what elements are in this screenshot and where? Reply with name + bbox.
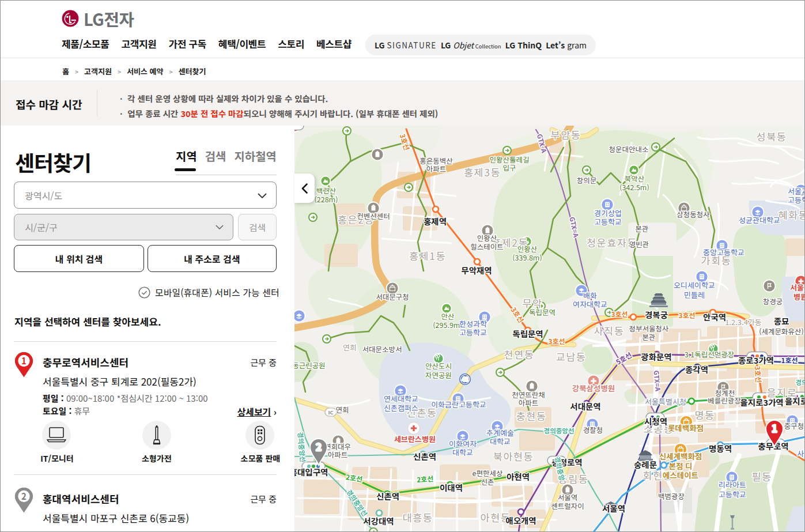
svg-text:경복궁: 경복궁: [645, 308, 668, 320]
svg-text:교남동: 교남동: [556, 349, 587, 364]
svg-text:서울역: 서울역: [602, 502, 625, 514]
svg-text:무악재역: 무악재역: [461, 264, 492, 276]
svg-text:(세계문화유산): (세계문화유산): [759, 326, 803, 337]
svg-text:롯데백화점: 롯데백화점: [668, 422, 704, 433]
svg-text:경찰청: 경찰청: [583, 424, 603, 435]
svg-text:서대문역: 서대문역: [570, 400, 600, 412]
svg-text:홍제1동: 홍제1동: [409, 248, 446, 263]
svg-text:고등학교: 고등학교: [459, 327, 487, 338]
svg-text:대학교: 대학교: [490, 436, 511, 447]
svg-text:경의: 경의: [795, 378, 805, 387]
svg-text:자연공원: 자연공원: [425, 369, 452, 380]
svg-text:3호선: 3호선: [611, 309, 628, 319]
svg-text:연희: 연희: [343, 342, 357, 353]
svg-text:을지로3가역: 을지로3가역: [740, 396, 783, 408]
svg-text:(342.5m): (342.5m): [619, 182, 649, 193]
svg-text:중구청: 중구청: [784, 420, 804, 431]
svg-text:연희: 연희: [335, 404, 349, 415]
svg-text:성북동: 성북동: [757, 129, 787, 144]
svg-text:고등학교: 고등학교: [594, 216, 622, 227]
svg-text:경의중앙선: 경의중앙선: [544, 426, 575, 435]
svg-text:사직동: 사직동: [594, 323, 625, 338]
svg-text:민들레: 민들레: [684, 289, 705, 300]
svg-text:종묘: 종묘: [774, 315, 789, 327]
svg-text:영빈관: 영빈관: [629, 239, 649, 250]
svg-text:1.2.3.4가동: 1.2.3.4가동: [725, 316, 762, 327]
svg-text:아현역: 아현역: [507, 470, 530, 482]
svg-text:3호선: 3호선: [753, 365, 764, 383]
svg-text:신촌캠퍼스: 신촌캠퍼스: [384, 402, 418, 413]
svg-text:아파트: 아파트: [426, 163, 447, 174]
svg-text:서강대역: 서강대역: [363, 515, 394, 527]
svg-text:센트럴자이: 센트럴자이: [551, 500, 584, 511]
svg-text:북아현동: 북아현동: [493, 449, 534, 463]
svg-text:에스테이트: 에스테이트: [663, 469, 698, 481]
svg-text:베를린광장: 베를린광장: [708, 395, 741, 406]
svg-text:강북삼성병원: 강북삼성병원: [572, 382, 615, 394]
svg-text:애오개역: 애오개역: [505, 514, 536, 526]
svg-text:부암동: 부암동: [551, 127, 581, 142]
svg-text:본관: 본관: [635, 223, 648, 234]
svg-text:창경궁: 창경궁: [763, 296, 783, 307]
svg-text:서대문소방서: 서대문소방서: [362, 344, 402, 354]
svg-text:독립문역: 독립문역: [512, 327, 543, 339]
svg-text:힐스테이트: 힐스테이트: [470, 241, 504, 252]
svg-text:광화문역: 광화문역: [641, 350, 671, 363]
svg-text:서대문구청: 서대문구청: [376, 291, 409, 302]
svg-text:이대역: 이대역: [440, 481, 463, 493]
svg-text:3호선: 3호선: [678, 310, 695, 320]
svg-text:필동: 필동: [751, 469, 772, 484]
svg-text:아파트: 아파트: [328, 449, 348, 460]
svg-text:혜화동: 혜화동: [778, 207, 805, 222]
svg-text:여자대학교: 여자대학교: [573, 299, 607, 310]
svg-text:대흥동: 대흥동: [403, 510, 433, 525]
svg-text:홍대입구역: 홍대입구역: [294, 466, 328, 478]
svg-text:GTX=A: GTX=A: [652, 370, 663, 392]
svg-text:3호선: 3호선: [548, 336, 565, 346]
svg-text:1호선: 1호선: [781, 355, 798, 365]
svg-text:명동: 명동: [694, 408, 715, 422]
svg-text:종각역: 종각역: [685, 363, 708, 375]
svg-text:2호선: 2호선: [416, 473, 433, 484]
svg-text:신촌: 신촌: [481, 476, 494, 487]
svg-text:창의문: 창의문: [577, 175, 597, 186]
svg-text:1: 1: [21, 354, 27, 367]
svg-text:(295.9m): (295.9m): [433, 319, 462, 330]
svg-text:천연동: 천연동: [504, 347, 535, 361]
svg-text:안국역: 안국역: [703, 311, 726, 323]
svg-text:컨벤션센터: 컨벤션센터: [357, 210, 390, 221]
svg-text:2: 2: [316, 439, 322, 454]
svg-text:성균관대학교: 성균관대학교: [739, 214, 780, 225]
svg-text:사범: 사범: [797, 448, 805, 459]
svg-text:1: 1: [772, 421, 777, 435]
svg-text:병원: 병원: [793, 291, 805, 302]
svg-text:IC: IC: [328, 409, 334, 416]
svg-text:동근린공원: 동근린공원: [294, 360, 326, 371]
svg-text:을지로4: 을지로4: [785, 395, 805, 407]
svg-text:고등학: 고등학: [788, 194, 805, 205]
svg-text:홍제3동: 홍제3동: [464, 165, 501, 179]
svg-text:홍제역: 홍제역: [424, 215, 447, 227]
svg-text:아파트: 아파트: [519, 397, 539, 408]
svg-text:48: 48: [462, 375, 468, 383]
svg-text:숭례문: 숭례문: [634, 458, 657, 470]
svg-text:(339.8m): (339.8m): [512, 252, 542, 263]
svg-text:신촌역: 신촌역: [413, 450, 436, 462]
svg-text:시청역: 시청역: [644, 415, 667, 427]
svg-text:청운대안내소: 청운대안내소: [609, 144, 648, 154]
svg-text:명동역: 명동역: [709, 442, 732, 454]
svg-text:2: 2: [21, 490, 27, 502]
svg-text:종로3가역: 종로3가역: [738, 354, 774, 366]
svg-text:독립문역: 독립문역: [529, 307, 555, 318]
svg-text:대학교: 대학교: [452, 447, 473, 458]
svg-text:충현동: 충현동: [516, 409, 547, 423]
svg-text:본관: 본관: [642, 331, 655, 342]
svg-text:서울특별시청: 서울특별시청: [645, 396, 686, 407]
svg-text:입구: 입구: [502, 162, 516, 173]
svg-text:삼청동청사: 삼청동청사: [676, 209, 710, 220]
svg-text:백범광장: 백범광장: [658, 491, 685, 501]
svg-text:이화금란고등학교: 이화금란고등학교: [431, 399, 486, 410]
svg-text:세브란스병원: 세브란스병원: [394, 433, 436, 444]
svg-text:3.1독립선언광장: 3.1독립선언광장: [685, 349, 734, 360]
svg-text:신촌역: 신촌역: [376, 490, 399, 502]
